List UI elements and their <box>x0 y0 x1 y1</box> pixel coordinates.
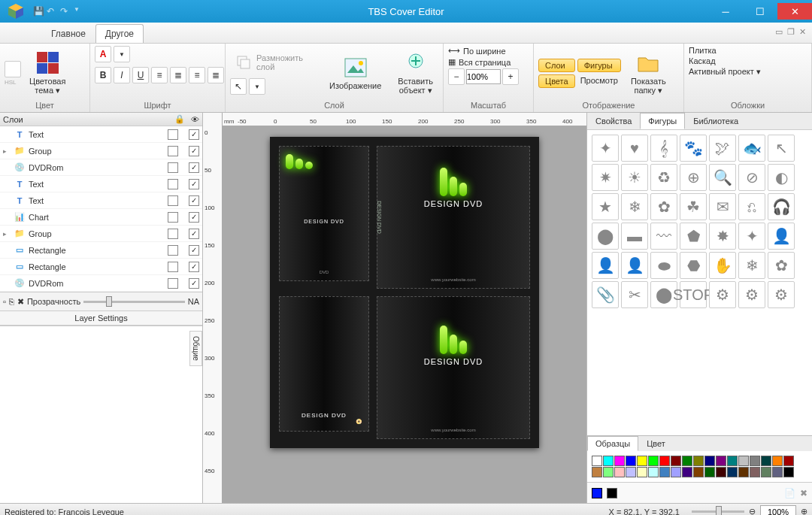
layer-lock-checkbox[interactable] <box>168 162 178 173</box>
italic-button[interactable]: I <box>114 67 130 83</box>
underline-button[interactable]: U <box>132 67 149 83</box>
shape-item[interactable]: ♻ <box>650 164 677 191</box>
color-swatch[interactable] <box>761 456 771 466</box>
shape-item[interactable]: 🕊 <box>709 135 736 162</box>
zoom-in-button[interactable]: + <box>502 68 519 85</box>
zoom-in-small-button[interactable]: ⊕ <box>801 507 807 515</box>
color-swatch[interactable] <box>761 467 771 477</box>
shape-item[interactable]: 👤 <box>621 252 648 279</box>
opacity-slider[interactable] <box>83 301 185 303</box>
secondary-color-icon[interactable] <box>607 488 617 498</box>
qat-undo-icon[interactable]: ↶ <box>47 6 57 17</box>
color-swatch[interactable] <box>716 456 726 466</box>
shape-item[interactable]: ✂ <box>621 281 648 308</box>
canvas[interactable]: DESIGN DVD DVD DESIGN DVD DESIGN DVD www… <box>223 126 586 503</box>
layer-row[interactable]: 💿DVDRom✓ <box>0 275 202 292</box>
font-color-button[interactable]: A <box>95 46 111 62</box>
shape-item[interactable]: ❄ <box>738 252 765 279</box>
tab-library[interactable]: Библиотека <box>685 113 747 129</box>
color-swatch[interactable] <box>682 456 692 466</box>
shape-item[interactable]: ⬬ <box>650 252 677 279</box>
shape-item[interactable]: ✦ <box>738 223 765 250</box>
color-swatch[interactable] <box>704 456 715 466</box>
shape-item[interactable]: ☘ <box>680 193 707 220</box>
color-swatch[interactable] <box>783 456 794 466</box>
color-swatch[interactable] <box>626 456 636 466</box>
swatch-del-icon[interactable]: ✖ <box>800 488 807 498</box>
shape-item[interactable]: ◐ <box>768 164 795 191</box>
close-button[interactable]: ✕ <box>777 3 812 20</box>
insert-object-button[interactable]: Вставить объект ▾ <box>392 49 438 98</box>
shape-item[interactable]: ☀ <box>621 164 648 191</box>
color-swatch[interactable] <box>738 456 749 466</box>
shape-item[interactable]: STOP <box>680 281 707 308</box>
shape-item[interactable]: ⬣ <box>680 252 707 279</box>
shape-item[interactable]: ⊘ <box>738 164 765 191</box>
qat-save-icon[interactable]: 💾 <box>33 6 44 17</box>
align-center-button[interactable]: ≣ <box>170 67 186 83</box>
color-swatch[interactable] <box>693 467 704 477</box>
color-swatch[interactable] <box>648 456 659 466</box>
layer-lock-checkbox[interactable] <box>168 278 178 289</box>
pointer-tool-button[interactable]: ↖ <box>230 78 247 95</box>
color-swatch[interactable] <box>592 456 602 466</box>
shape-item[interactable]: 👤 <box>592 252 619 279</box>
tab-samples[interactable]: Образцы <box>587 436 638 451</box>
tab-color[interactable]: Цвет <box>638 436 674 451</box>
shape-item[interactable]: ♥ <box>621 135 648 162</box>
shape-item[interactable]: ❄ <box>621 193 648 220</box>
shape-item[interactable]: 🐾 <box>680 135 707 162</box>
shape-item[interactable]: 👤 <box>768 223 795 250</box>
minimize-button[interactable]: ─ <box>708 3 743 20</box>
qat-redo-icon[interactable]: ↷ <box>60 6 71 17</box>
tile-button[interactable]: Плитка <box>689 46 717 55</box>
shape-item[interactable]: ⚙ <box>709 281 736 308</box>
font-picker-arrow-icon[interactable]: ▼ <box>114 46 130 62</box>
shape-item[interactable]: 🐟 <box>738 135 765 162</box>
color-swatch[interactable] <box>671 456 681 466</box>
zoom-input[interactable] <box>466 69 501 84</box>
shape-item[interactable]: ✦ <box>592 135 619 162</box>
layer-visible-checkbox[interactable]: ✓ <box>189 229 199 239</box>
layer-row[interactable]: ▭Rectangle✓ <box>0 259 202 275</box>
shape-item[interactable]: 🔍 <box>709 164 736 191</box>
mdi-min-icon[interactable]: ▭ <box>775 27 783 37</box>
color-swatch[interactable] <box>783 467 794 477</box>
color-swatch[interactable] <box>603 467 614 477</box>
shape-item[interactable]: ✸ <box>709 223 736 250</box>
color-swatch[interactable] <box>637 456 647 466</box>
color-swatch[interactable] <box>659 456 670 466</box>
shape-item[interactable]: 𝄞 <box>650 135 677 162</box>
layer-row[interactable]: 📊Chart✓ <box>0 209 202 226</box>
layer-row[interactable]: TText✓ <box>0 192 202 209</box>
multiply-layer-button[interactable]: Размножить слой <box>230 51 318 74</box>
layer-lock-checkbox[interactable] <box>168 179 178 189</box>
layer-visible-checkbox[interactable]: ✓ <box>189 162 199 173</box>
layer-visible-checkbox[interactable]: ✓ <box>189 245 199 256</box>
layer-lock-checkbox[interactable] <box>168 229 178 239</box>
shape-item[interactable]: ▬ <box>621 223 648 250</box>
color-swatch[interactable] <box>772 467 783 477</box>
align-right-button[interactable]: ≡ <box>189 67 205 83</box>
whole-page-button[interactable]: ▦Вся страница <box>448 57 511 67</box>
align-justify-button[interactable]: ≣ <box>208 67 224 83</box>
pointer-tool-dropdown[interactable]: ▼ <box>249 78 265 95</box>
layer-lock-checkbox[interactable] <box>168 212 178 223</box>
shape-item[interactable]: 🎧 <box>768 193 795 220</box>
shape-item[interactable]: ⊕ <box>680 164 707 191</box>
layer-visible-checkbox[interactable]: ✓ <box>189 195 199 206</box>
layer-visible-checkbox[interactable]: ✓ <box>189 146 199 156</box>
shape-item[interactable]: ⬤ <box>592 223 619 250</box>
layer-row[interactable]: ▸📁Group✓ <box>0 143 202 159</box>
layer-row[interactable]: TText✓ <box>0 176 202 192</box>
layer-lock-checkbox[interactable] <box>168 245 178 256</box>
shape-item[interactable]: 〰 <box>650 223 677 250</box>
tab-properties[interactable]: Свойства <box>587 113 640 129</box>
image-button[interactable]: Изображение <box>324 53 386 92</box>
color-swatch[interactable] <box>727 467 738 477</box>
color-swatch[interactable] <box>693 456 704 466</box>
color-swatch[interactable] <box>716 467 726 477</box>
layer-dup-icon[interactable]: ⎘ <box>9 297 14 306</box>
color-swatch[interactable] <box>637 467 647 477</box>
current-color-icon[interactable] <box>592 488 602 498</box>
